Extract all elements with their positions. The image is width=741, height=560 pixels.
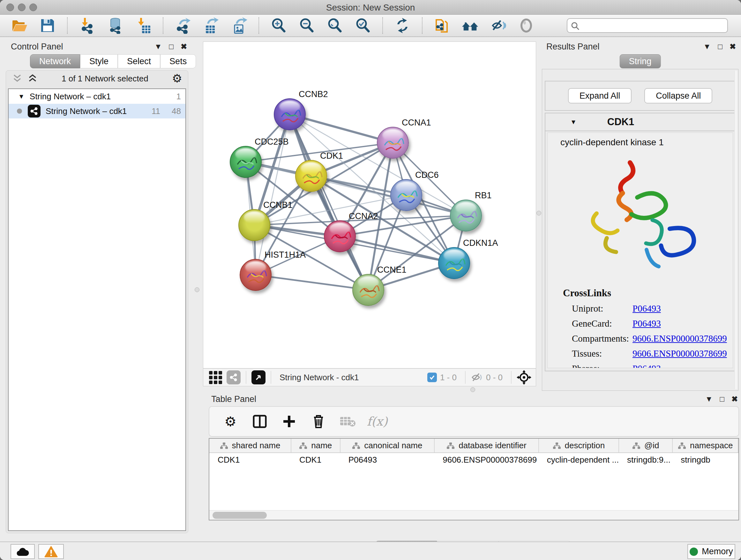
collection-expand-icon[interactable]: ▼ — [18, 93, 24, 100]
node-CCNA1[interactable]: CCNA1 — [377, 127, 409, 159]
edge-HIST1H1A-CCNE1[interactable] — [256, 275, 368, 290]
column-header-shared-name[interactable]: shared name — [209, 439, 291, 453]
node-CDK1[interactable]: CDK1 — [295, 160, 327, 192]
search-input[interactable] — [567, 18, 728, 33]
node-CCNB1[interactable]: CCNB1 — [239, 209, 270, 241]
network-share-icon[interactable] — [226, 370, 241, 384]
show-columns-icon[interactable] — [252, 413, 268, 430]
crosslink-link[interactable]: 9606.ENSP00000378699 — [632, 333, 727, 344]
save-session-button[interactable] — [39, 17, 56, 34]
control-panel-float-icon[interactable]: □ — [169, 43, 174, 51]
selected-checkbox-icon[interactable] — [427, 373, 437, 382]
export-image-button[interactable] — [230, 17, 248, 34]
column-header-description[interactable]: description — [539, 439, 619, 453]
node-CCNB2[interactable]: CCNB2 — [274, 98, 306, 130]
home-button[interactable] — [461, 17, 479, 34]
warnings-button[interactable] — [38, 544, 64, 559]
edge-CCNB2-CCNE1[interactable] — [290, 114, 368, 290]
table-cell[interactable]: cyclin-dependent ... — [539, 453, 619, 467]
node-gloss — [444, 249, 464, 261]
grid-view-icon[interactable] — [209, 371, 222, 384]
tab-network[interactable]: Network — [30, 54, 80, 68]
results-panel-close-icon[interactable]: ✖ — [730, 43, 736, 51]
column-header--id[interactable]: @id — [619, 439, 672, 453]
table-options-gear-icon[interactable]: ⚙ — [222, 413, 239, 430]
birdseye-navigator-icon[interactable] — [517, 370, 531, 385]
refresh-button[interactable] — [394, 17, 411, 34]
table-panel-close-icon[interactable]: ✖ — [731, 395, 738, 403]
expand-all-icon[interactable] — [27, 74, 38, 83]
entry-expand-icon[interactable]: ▼ — [570, 118, 577, 126]
network-canvas[interactable]: CCNB2CCNA1CDC25BCDK1CDC6RB1CCNB1CCNA2CDK… — [203, 42, 536, 369]
zoom-in-button[interactable] — [270, 17, 287, 34]
column-header-database-identifier[interactable]: database identifier — [434, 439, 538, 453]
memory-button[interactable]: Memory — [687, 544, 735, 559]
table-row[interactable]: CDK1CDK1P064939606.ENSP00000378699cyclin… — [209, 453, 738, 467]
node-RB1[interactable]: RB1 — [450, 199, 482, 232]
node-CDC25B[interactable]: CDC25B — [230, 146, 262, 178]
node-CDKN1A[interactable]: CDKN1A — [438, 247, 470, 279]
node-CCNA2[interactable]: CCNA2 — [324, 220, 356, 252]
node-HIST1H1A[interactable]: HIST1H1A — [240, 259, 272, 291]
open-session-button[interactable] — [11, 17, 28, 34]
right-splitter-handle[interactable] — [536, 211, 541, 215]
crosslink-link[interactable]: 9606.ENSP00000378699 — [632, 348, 727, 359]
table-cell[interactable]: CDK1 — [209, 453, 291, 467]
control-panel-menu-icon[interactable]: ▼ — [154, 43, 162, 51]
table-panel-menu-icon[interactable]: ▼ — [705, 395, 713, 403]
crosslink-link[interactable]: P06493 — [632, 363, 661, 368]
share-document-button[interactable] — [433, 17, 451, 34]
node-label-RB1: RB1 — [475, 191, 492, 200]
network-row-selected[interactable]: String Network – cdk1 11 48 — [9, 104, 185, 118]
cloud-status-button[interactable] — [10, 544, 35, 559]
collapse-all-button[interactable]: Collapse All — [644, 88, 712, 104]
control-panel-close-icon[interactable]: ✖ — [181, 43, 187, 51]
create-column-icon[interactable] — [281, 413, 297, 430]
column-header-canonical-name[interactable]: canonical name — [340, 439, 434, 453]
delete-column-icon[interactable] — [310, 413, 327, 430]
tab-sets[interactable]: Sets — [160, 54, 196, 68]
table-hscrollbar-thumb[interactable] — [212, 512, 267, 519]
table-cell[interactable]: CDK1 — [291, 453, 340, 467]
export-network-button[interactable] — [174, 17, 192, 34]
results-panel-menu-icon[interactable]: ▼ — [703, 43, 711, 51]
results-panel-float-icon[interactable]: □ — [718, 43, 723, 51]
table-cell[interactable]: 9606.ENSP00000378699 — [434, 453, 538, 467]
collapse-all-icon[interactable] — [12, 74, 23, 83]
zoom-selected-button[interactable] — [354, 17, 372, 34]
tab-select[interactable]: Select — [118, 54, 160, 68]
zoom-fit-button[interactable] — [326, 17, 343, 34]
export-table-button[interactable] — [202, 17, 219, 34]
results-scrollbar[interactable] — [734, 71, 738, 389]
tab-string[interactable]: String — [620, 54, 661, 68]
left-splitter-handle[interactable] — [195, 287, 199, 292]
cloud-icon — [16, 547, 30, 557]
import-network-button[interactable] — [78, 17, 96, 34]
network-view-toolbar: String Network - cdk1 1 - 0 0 - 0 — [203, 368, 536, 386]
bottom-splitter-handle[interactable] — [470, 387, 475, 392]
column-header-name[interactable]: name — [291, 439, 340, 453]
warning-icon — [44, 546, 58, 557]
table-cell[interactable]: P06493 — [340, 453, 434, 467]
table-cell[interactable]: stringdb:9... — [619, 453, 672, 467]
highlight-selection-button[interactable] — [518, 17, 535, 34]
crosslink-link[interactable]: P06493 — [632, 318, 661, 329]
column-header-namespace[interactable]: namespace — [672, 439, 738, 453]
expand-all-button[interactable]: Expand All — [568, 88, 632, 104]
node-CDC6[interactable]: CDC6 — [390, 179, 422, 211]
import-table-button[interactable] — [135, 17, 152, 34]
node-bubble — [230, 146, 262, 178]
zoom-out-button[interactable] — [298, 17, 315, 34]
table-cell[interactable]: stringdb — [672, 453, 738, 467]
tab-style[interactable]: Style — [80, 54, 118, 68]
hide-selection-button[interactable] — [489, 17, 507, 34]
crosslink-link[interactable]: P06493 — [632, 303, 661, 314]
table-panel-float-icon[interactable]: □ — [720, 395, 724, 403]
network-collection-row[interactable]: ▼ String Network – cdk1 1 — [9, 89, 185, 104]
import-database-button[interactable] — [107, 17, 124, 34]
open-in-new-window-icon[interactable] — [252, 370, 266, 384]
node-CCNE1[interactable]: CCNE1 — [352, 274, 384, 306]
edge-CCNA2-CDKN1A[interactable] — [340, 236, 454, 263]
network-options-gear-icon[interactable]: ⚙ — [172, 73, 182, 84]
cdk1-entry-header[interactable]: ▼ CDK1 — [545, 113, 735, 131]
